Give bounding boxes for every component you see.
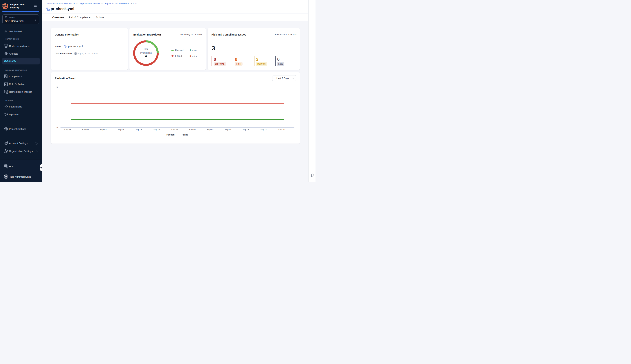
svg-text:?: ? <box>5 165 6 167</box>
